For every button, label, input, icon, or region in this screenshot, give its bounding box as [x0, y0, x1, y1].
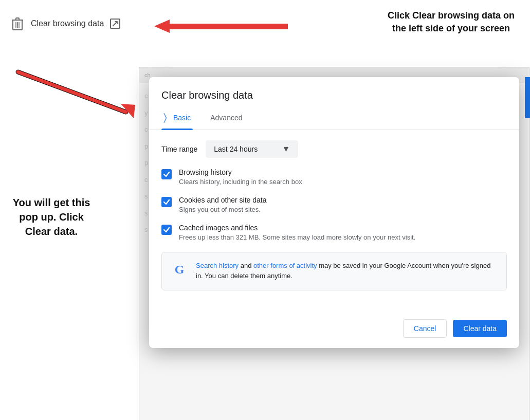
trash-icon [10, 15, 25, 32]
arrow-diagonal [8, 67, 141, 118]
modal-tabs: 〉 Basic Advanced [149, 105, 519, 130]
svg-marker-7 [154, 20, 170, 33]
checkbox-cached-images: Cached images and files Frees up less th… [161, 224, 507, 242]
svg-line-10 [18, 72, 126, 112]
tab-advanced[interactable]: Advanced [208, 107, 244, 128]
checkbox-browsing-history: Browsing history Clears history, includi… [161, 168, 507, 187]
modal-footer: Cancel Clear data [149, 311, 519, 348]
annotation-left: You will get this pop up. Click Clear da… [10, 195, 93, 239]
time-range-select[interactable]: Last 24 hours ▼ [206, 140, 298, 158]
other-forms-link[interactable]: other forms of activity [253, 262, 317, 269]
checkbox-cookies: Cookies and other site data Signs you ou… [161, 196, 507, 214]
checkbox-cookies-text: Cookies and other site data Signs you ou… [179, 196, 266, 214]
google-g-logo: G [170, 261, 189, 279]
time-range-row: Time range Last 24 hours ▼ [161, 140, 507, 158]
checkbox-cookies-input[interactable] [161, 197, 172, 207]
top-bar-title: Clear browsing data [31, 19, 104, 28]
svg-rect-8 [170, 24, 288, 29]
arrow-top [154, 16, 308, 37]
hand-cursor-icon: 〉 [163, 112, 167, 123]
checkbox-cached-images-text: Cached images and files Frees up less th… [179, 224, 415, 242]
dropdown-arrow-icon: ▼ [282, 144, 290, 154]
search-history-link[interactable]: Search history [196, 262, 239, 269]
annotation-top-right: Click Clear browsing data on the left si… [388, 9, 515, 35]
checkbox-browsing-history-text: Browsing history Clears history, includi… [179, 168, 302, 187]
checkbox-cached-images-input[interactable] [161, 225, 172, 235]
top-bar: Clear browsing data [10, 15, 120, 32]
external-link-icon[interactable] [110, 19, 120, 29]
blue-accent-bar [525, 77, 530, 118]
cancel-button[interactable]: Cancel [403, 319, 447, 338]
clear-data-button[interactable]: Clear data [453, 320, 507, 337]
modal-title: Clear browsing data [149, 77, 519, 101]
tab-basic[interactable]: 〉 Basic [161, 105, 193, 130]
checkbox-browsing-history-input[interactable] [161, 169, 172, 179]
modal-dialog: Clear browsing data 〉 Basic Advanced Tim… [149, 77, 519, 348]
google-info-text: Search history and other forms of activi… [196, 261, 498, 282]
modal-body: Time range Last 24 hours ▼ Browsing hist… [149, 130, 519, 311]
google-info-box: G Search history and other forms of acti… [161, 252, 507, 291]
time-range-label: Time range [161, 145, 197, 153]
